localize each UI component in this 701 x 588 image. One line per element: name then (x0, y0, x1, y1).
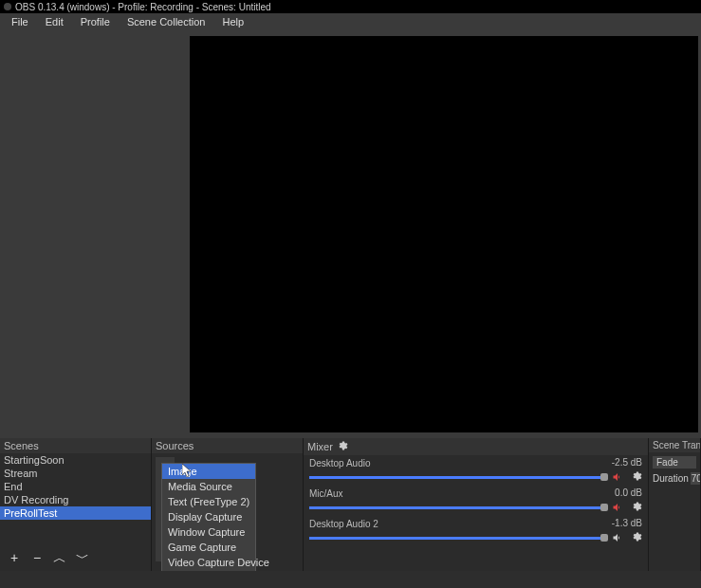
mixer-channel: Desktop Audio 2-1.3 dB (304, 516, 648, 546)
transitions-panel: Scene Transitions Fade Duration (649, 438, 701, 571)
scene-item[interactable]: End (0, 480, 151, 493)
context-menu-item[interactable]: Game Capture (162, 540, 255, 555)
scene-item[interactable]: DV Recording (0, 493, 151, 506)
mixer-channel-db: -2.5 dB (612, 457, 642, 468)
scenes-panel: Scenes StartingSoonStreamEndDV Recording… (0, 438, 152, 571)
duration-input[interactable] (691, 472, 700, 485)
transitions-header: Scene Transitions (649, 438, 700, 452)
mixer-channel: Desktop Audio-2.5 dB (304, 455, 648, 486)
sources-list[interactable]: ImageMedia SourceText (FreeType 2)Displa… (152, 453, 303, 571)
mixer-channel-db: -1.3 dB (612, 518, 642, 528)
transitions-body: Fade Duration (649, 452, 700, 571)
mixer-channel-settings-icon[interactable] (631, 470, 642, 484)
remove-scene-button[interactable]: − (30, 550, 44, 567)
cursor-icon (182, 464, 192, 479)
mixer-volume-slider[interactable] (309, 506, 608, 509)
context-menu-item[interactable]: Window Capture (162, 524, 255, 540)
move-scene-up-button[interactable]: ︿ (53, 550, 66, 567)
context-menu-item[interactable]: Audio Input Capture (162, 570, 255, 571)
scene-item[interactable]: PreRollTest (0, 506, 151, 520)
scenes-list[interactable]: StartingSoonStreamEndDV RecordingPreRoll… (0, 453, 151, 546)
scenes-header: Scenes (0, 438, 151, 453)
duration-label: Duration (653, 473, 689, 484)
add-scene-button[interactable]: + (8, 550, 21, 567)
move-scene-down-button[interactable]: ﹀ (76, 550, 89, 567)
mixer-channel-settings-icon[interactable] (631, 501, 642, 514)
mixer-panel: Mixer Desktop Audio-2.5 dBMic/Aux0.0 dBD… (304, 438, 649, 571)
menu-scene-collection[interactable]: Scene Collection (120, 15, 213, 28)
context-menu-item[interactable]: Display Capture (162, 509, 255, 524)
preview-area (0, 30, 701, 438)
mixer-channel-db: 0.0 dB (615, 487, 642, 498)
mixer-channel-name: Mic/Aux (309, 488, 343, 499)
context-menu-item[interactable]: Text (FreeType 2) (162, 494, 255, 509)
context-menu-item[interactable]: Video Capture Device (162, 555, 255, 570)
mixer-channel-settings-icon[interactable] (631, 531, 642, 544)
menu-help[interactable]: Help (214, 15, 251, 28)
scene-item[interactable]: Stream (0, 467, 151, 480)
mute-icon[interactable] (612, 532, 623, 543)
mixer-volume-slider[interactable] (309, 476, 608, 479)
sources-header: Sources (152, 438, 303, 453)
mixer-list: Desktop Audio-2.5 dBMic/Aux0.0 dBDesktop… (304, 455, 648, 571)
context-menu-item[interactable]: Image (162, 464, 255, 479)
window-title: OBS 0.13.4 (windows) - Profile: Recordin… (15, 2, 271, 12)
mixer-volume-slider[interactable] (309, 537, 608, 540)
scenes-toolbar: + − ︿ ﹀ (0, 546, 151, 571)
menu-edit[interactable]: Edit (38, 15, 71, 28)
mixer-settings-icon[interactable] (337, 440, 348, 453)
mixer-title: Mixer (307, 441, 333, 452)
sources-panel: Sources ImageMedia SourceText (FreeType … (152, 438, 304, 571)
bottom-panels: Scenes StartingSoonStreamEndDV Recording… (0, 438, 701, 571)
scene-item[interactable]: StartingSoon (0, 453, 151, 467)
mixer-header: Mixer (304, 438, 648, 455)
mixer-channel-name: Desktop Audio 2 (309, 519, 378, 529)
menubar: File Edit Profile Scene Collection Help (0, 13, 701, 30)
mixer-channel: Mic/Aux0.0 dB (304, 486, 648, 516)
mute-icon[interactable] (612, 471, 623, 483)
menu-file[interactable]: File (4, 15, 36, 28)
titlebar: OBS 0.13.4 (windows) - Profile: Recordin… (0, 0, 701, 13)
mute-icon[interactable] (612, 502, 623, 513)
mixer-channel-name: Desktop Audio (309, 458, 371, 469)
menu-profile[interactable]: Profile (73, 15, 118, 28)
preview-canvas[interactable] (190, 36, 698, 432)
app-icon (4, 3, 11, 10)
context-menu-item[interactable]: Media Source (162, 479, 255, 494)
transition-select[interactable]: Fade (653, 456, 696, 469)
add-source-context-menu[interactable]: ImageMedia SourceText (FreeType 2)Displa… (161, 463, 256, 571)
